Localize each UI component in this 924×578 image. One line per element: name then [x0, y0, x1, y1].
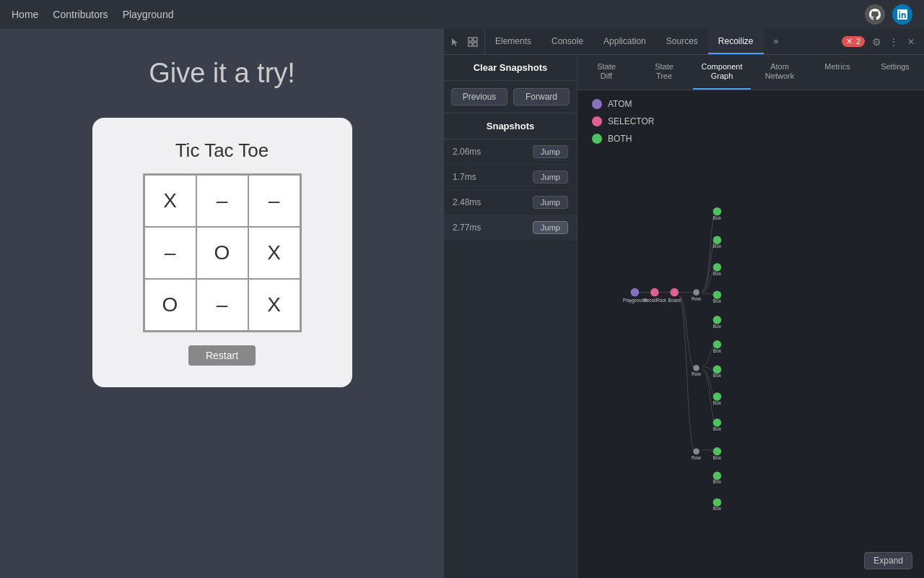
- node-box11[interactable]: [713, 472, 722, 480]
- tab-settings[interactable]: Settings: [866, 55, 924, 90]
- svg-rect-1: [474, 38, 477, 41]
- label-box11: Box: [713, 480, 722, 485]
- node-box7[interactable]: [713, 366, 722, 374]
- node-box3[interactable]: [713, 264, 722, 272]
- jump-button-0[interactable]: Jump: [533, 145, 568, 158]
- tab-elements[interactable]: Elements: [485, 29, 541, 54]
- cell-6[interactable]: O: [144, 279, 196, 331]
- devtools-panel: Elements Console Application Sources Rec…: [444, 29, 924, 578]
- close-icon[interactable]: ✕: [905, 36, 917, 48]
- app-tagline: Give it a try!: [149, 58, 295, 89]
- tab-component-graph[interactable]: Component Graph: [693, 55, 751, 90]
- label-box1: Box: [713, 215, 722, 220]
- label-box7: Box: [713, 374, 722, 379]
- game-card: Tic Tac Toe X – – – O X O – X Restart: [92, 118, 352, 387]
- node-recoilroot[interactable]: [650, 288, 659, 297]
- linkedin-icon[interactable]: [892, 4, 912, 25]
- tab-sources[interactable]: Sources: [656, 29, 708, 54]
- jump-button-1[interactable]: Jump: [533, 171, 568, 184]
- devtools-topbar-icons: [444, 29, 485, 54]
- label-board: Board: [668, 298, 681, 303]
- node-box12[interactable]: [713, 499, 722, 507]
- label-box10: Box: [713, 455, 722, 460]
- cell-1[interactable]: –: [196, 175, 248, 227]
- node-box5[interactable]: [713, 316, 722, 324]
- node-row1[interactable]: [693, 290, 699, 296]
- jump-button-3[interactable]: Jump: [533, 221, 568, 234]
- node-box9[interactable]: [713, 419, 722, 428]
- snapshot-time-3: 2.77ms: [453, 223, 481, 233]
- cursor-icon[interactable]: [450, 36, 461, 48]
- tab-metrics[interactable]: Metrics: [808, 55, 866, 90]
- tab-atom-network[interactable]: Atom Network: [751, 55, 808, 90]
- label-box6: Box: [713, 348, 722, 353]
- node-box8[interactable]: [713, 393, 722, 402]
- tab-application[interactable]: Application: [593, 29, 656, 54]
- nav-home[interactable]: Home: [12, 9, 38, 20]
- snapshot-list: 2.06ms Jump 1.7ms Jump 2.48ms Jump 2.77m…: [444, 139, 577, 578]
- node-box6[interactable]: [713, 340, 722, 349]
- label-row1: Row: [692, 296, 701, 301]
- node-box10[interactable]: [713, 447, 722, 456]
- snapshot-time-0: 2.06ms: [453, 147, 481, 157]
- tab-state-tree[interactable]: State Tree: [635, 55, 693, 90]
- previous-button[interactable]: Previous: [451, 88, 507, 105]
- label-box12: Box: [713, 506, 722, 512]
- expand-button[interactable]: Expand: [864, 552, 912, 569]
- cell-5[interactable]: X: [248, 227, 300, 279]
- cell-7[interactable]: –: [196, 279, 248, 331]
- component-graph-svg: Playground RecoilRoot Board Row Box: [578, 90, 924, 578]
- snapshot-time-1: 1.7ms: [453, 172, 476, 182]
- cell-3[interactable]: –: [144, 227, 196, 279]
- app-panel: Give it a try! Tic Tac Toe X – – – O X O…: [0, 29, 444, 578]
- label-box5: Box: [713, 324, 722, 329]
- node-playground[interactable]: [631, 288, 640, 297]
- forward-button[interactable]: Forward: [513, 88, 570, 105]
- nav-playground[interactable]: Playground: [123, 9, 174, 20]
- label-box2: Box: [713, 244, 722, 249]
- tab-more[interactable]: »: [764, 29, 789, 54]
- node-board[interactable]: [670, 288, 679, 297]
- cell-8[interactable]: X: [248, 279, 300, 331]
- nav-buttons: Previous Forward: [444, 81, 577, 113]
- vertical-dots-icon[interactable]: ⋮: [888, 36, 899, 48]
- error-count: 2: [856, 37, 860, 46]
- github-icon[interactable]: [865, 4, 885, 25]
- node-box1[interactable]: [713, 207, 722, 216]
- cell-0[interactable]: X: [144, 175, 196, 227]
- label-box4: Box: [713, 298, 722, 303]
- svg-rect-2: [468, 43, 472, 46]
- graph-edges: [637, 212, 715, 452]
- tab-recoilize[interactable]: Recoilize: [708, 29, 764, 54]
- label-row3: Row: [692, 455, 701, 460]
- snapshot-item-1: 1.7ms Jump: [444, 165, 577, 190]
- devtools-tabs: Elements Console Application Sources Rec…: [485, 29, 834, 54]
- node-box2[interactable]: [713, 236, 722, 245]
- node-row3[interactable]: [693, 449, 699, 455]
- snapshot-item-0: 2.06ms Jump: [444, 139, 577, 165]
- settings-icon[interactable]: ⚙: [871, 36, 882, 48]
- error-icon: ✕: [846, 37, 853, 46]
- component-graph-area: ATOM SELECTOR BOTH: [578, 90, 924, 578]
- label-recoilroot: RecoilRoot: [643, 298, 666, 303]
- node-box4[interactable]: [713, 291, 722, 300]
- cell-2[interactable]: –: [248, 175, 300, 227]
- clear-snapshots-button[interactable]: Clear Snapshots: [444, 55, 577, 81]
- nav-contributors[interactable]: Contributors: [53, 9, 108, 20]
- game-title: Tic Tac Toe: [175, 139, 269, 162]
- devtools-topbar: Elements Console Application Sources Rec…: [444, 29, 924, 55]
- svg-rect-3: [474, 43, 477, 46]
- jump-button-2[interactable]: Jump: [533, 196, 568, 209]
- cell-4[interactable]: O: [196, 227, 248, 279]
- devtools-right-icons: ✕ 2 ⚙ ⋮ ✕: [834, 36, 924, 48]
- top-nav: Home Contributors Playground: [0, 0, 924, 29]
- recoilize-tabs: State Diff State Tree Component Graph At…: [578, 55, 924, 90]
- nav-icons: [865, 4, 912, 25]
- restart-button[interactable]: Restart: [188, 345, 256, 366]
- inspect-icon[interactable]: [467, 36, 479, 48]
- tab-state-diff[interactable]: State Diff: [578, 55, 635, 90]
- label-box9: Box: [713, 426, 722, 431]
- tab-console[interactable]: Console: [541, 29, 593, 54]
- error-badge: ✕ 2: [842, 36, 865, 47]
- node-row2[interactable]: [693, 365, 699, 371]
